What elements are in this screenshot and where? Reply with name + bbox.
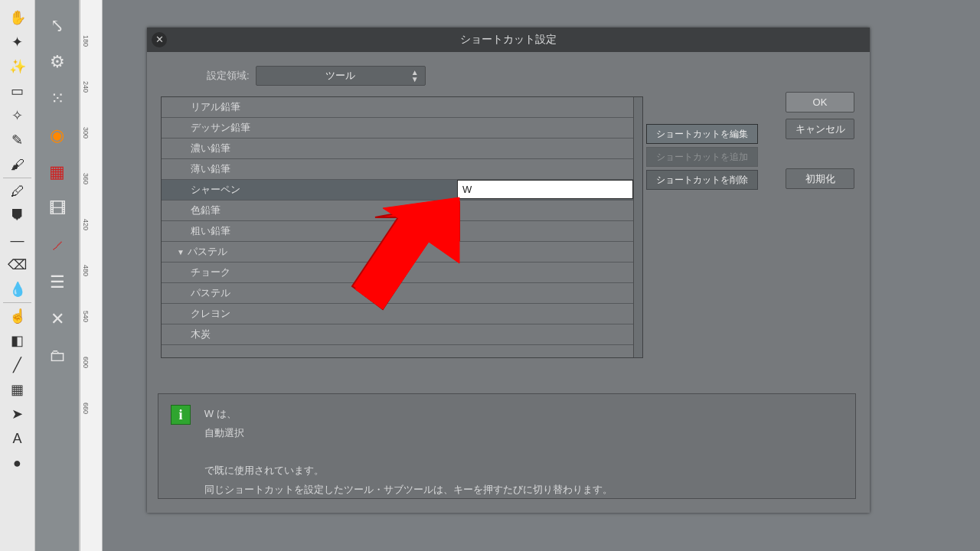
brush-tool[interactable]: 🖌 (6, 153, 29, 176)
layers-tool[interactable]: ☰ (41, 266, 74, 298)
list-item[interactable]: 濃い鉛筆 (162, 139, 633, 159)
info-panel: i W は、 自動選択 で既に使用されています。 同じショートカットを設定したツ… (158, 393, 856, 499)
list-item-label: 濃い鉛筆 (191, 142, 230, 155)
hand-tool[interactable]: ✋ (6, 6, 29, 29)
gradient-tool[interactable]: ◧ (6, 329, 29, 352)
area-value: ツール (325, 69, 355, 83)
edit-shortcut-button[interactable]: ショートカットを編集 (646, 124, 758, 144)
list-item[interactable]: チョーク (162, 262, 633, 283)
vertical-ruler: 180240300360420480540600660 (80, 0, 103, 551)
stepper-arrows-icon: ▲▼ (411, 69, 419, 83)
ruler-tick: 360 (82, 173, 90, 184)
ok-button[interactable]: OK (786, 92, 854, 112)
ruler-tick: 480 (82, 265, 90, 276)
close-icon[interactable]: ✕ (152, 32, 167, 47)
ruler-tick: 660 (82, 403, 90, 414)
list-item[interactable]: パステル (162, 283, 633, 304)
dialog-titlebar: ✕ ショートカット設定 (147, 28, 870, 52)
main-toolbar: ✋✦✨▭✧✎🖌🖊⛊―⌫💧☝◧╱▦➤A● (0, 0, 35, 551)
stroke-tool[interactable]: ― (6, 229, 29, 252)
add-shortcut-button: ショートカットを追加 (646, 147, 758, 167)
list-item-label: 粗い鉛筆 (191, 224, 230, 238)
list-scrollbar[interactable] (633, 97, 642, 357)
area-dropdown[interactable]: ツール ▲▼ (256, 66, 426, 86)
star-tool[interactable]: ✧ (6, 104, 29, 127)
list-item-label: パステル (188, 245, 227, 259)
marquee-tool[interactable]: ▭ (6, 80, 29, 103)
settings-tool[interactable]: ⚙ (41, 46, 74, 78)
list-item[interactable]: 色鉛筆 (162, 201, 633, 221)
list-item[interactable]: リアル鉛筆 (162, 97, 633, 118)
shortcut-list: リアル鉛筆デッサン鉛筆濃い鉛筆薄い鉛筆シャーペン色鉛筆粗い鉛筆▼パステルチョーク… (161, 96, 643, 358)
list-item[interactable]: クレヨン (162, 304, 633, 324)
color-wheel-tool[interactable]: ◉ (41, 119, 74, 152)
shortcut-input[interactable] (457, 180, 633, 199)
info-line-1: W は、 (204, 408, 237, 419)
eraser-tool[interactable]: ⌫ (6, 253, 29, 276)
secondary-toolbar: ⤣⚙⁙◉▦🎞⟋☰✕🗀 (35, 0, 80, 551)
list-item-label: 木炭 (191, 328, 211, 341)
chevron-down-icon: ▼ (177, 248, 185, 256)
area-label: 設定領域: (207, 69, 250, 83)
list-item-label: 色鉛筆 (191, 204, 220, 217)
list-item-label: パステル (191, 286, 230, 300)
list-item-label: リアル鉛筆 (191, 100, 240, 114)
list-item-label: シャーペン (191, 183, 240, 197)
ruler-tick: 420 (82, 219, 90, 230)
lasso-tool[interactable]: ✦ (6, 31, 29, 54)
pen-tool[interactable]: ✎ (6, 129, 29, 152)
finger-tool[interactable]: ☝ (6, 305, 29, 328)
list-item-label: デッサン鉛筆 (191, 121, 250, 135)
info-line-3: で既に使用されています。 (204, 465, 324, 476)
list-item[interactable]: 粗い鉛筆 (162, 221, 633, 242)
folder-tool[interactable]: 🗀 (41, 340, 74, 372)
redline-tool[interactable]: ⟋ (41, 230, 74, 262)
delete-shortcut-button[interactable]: ショートカットを削除 (646, 170, 758, 190)
ruler-tick: 180 (82, 35, 90, 47)
film-tool[interactable]: 🎞 (41, 193, 74, 225)
list-item[interactable]: 薄い鉛筆 (162, 159, 633, 180)
cancel-button[interactable]: キャンセル (786, 119, 854, 139)
navigate-tool[interactable]: ⤣ (41, 9, 74, 41)
list-item-label: チョーク (191, 266, 230, 279)
list-item[interactable]: 木炭 (162, 324, 633, 345)
ruler-tick: 300 (82, 127, 90, 139)
spray-tool[interactable]: ⁙ (41, 83, 74, 115)
list-item[interactable]: ▼パステル (162, 242, 633, 262)
line-tool[interactable]: ╱ (6, 354, 29, 377)
list-item[interactable]: デッサン鉛筆 (162, 118, 633, 139)
brush2-tool[interactable]: 🖊 (6, 180, 29, 203)
arrow2-tool[interactable]: ➤ (6, 403, 29, 425)
drop-tool[interactable]: 💧 (6, 278, 29, 301)
info-line-4: 同じショートカットを設定したツール・サブツールは、キーを押すたびに切り替わります… (204, 484, 612, 495)
list-item-label: 薄い鉛筆 (191, 162, 230, 176)
swatches-tool[interactable]: ▦ (41, 156, 74, 188)
info-line-2: 自動選択 (204, 427, 244, 439)
ruler-tick: 600 (82, 357, 90, 368)
circle-tool[interactable]: ● (6, 452, 29, 474)
text-tool[interactable]: A (6, 427, 29, 450)
magic-wand-tool[interactable]: ✨ (6, 55, 29, 78)
shortcut-settings-dialog: ✕ ショートカット設定 設定領域: ツール ▲▼ リアル鉛筆デッサン鉛筆濃い鉛筆… (147, 28, 870, 513)
pin-tool[interactable]: ✕ (41, 303, 74, 335)
info-icon: i (171, 405, 191, 425)
ruler-tick: 540 (82, 311, 90, 322)
dialog-title: ショートカット設定 (460, 33, 557, 47)
fill-tool[interactable]: ⛊ (6, 204, 29, 227)
grid-tool[interactable]: ▦ (6, 378, 29, 401)
ruler-tick: 240 (82, 81, 90, 93)
list-item-label: クレヨン (191, 307, 230, 321)
reset-button[interactable]: 初期化 (786, 168, 854, 189)
